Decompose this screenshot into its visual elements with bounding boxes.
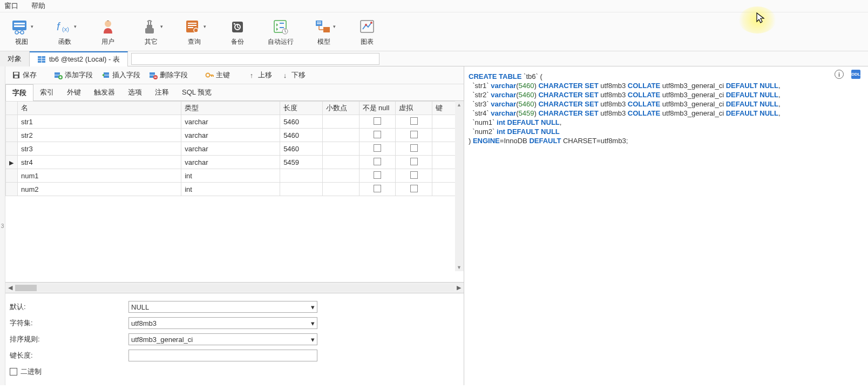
svg-rect-24 <box>323 27 330 32</box>
table-row[interactable]: str2varchar5460 <box>6 129 464 142</box>
tool-other[interactable]: ▾ 其它 <box>130 15 173 49</box>
ddl-panel: i DDL CREATE TABLE `tb6` ( `str1` varcha… <box>464 66 868 385</box>
notnull-checkbox[interactable] <box>374 171 381 179</box>
fields-grid[interactable]: 名 类型 长度 小数点 不是 null 虚拟 键 str1varchar5460… <box>5 101 464 196</box>
subtab-options[interactable]: 选项 <box>121 84 148 100</box>
svg-point-4 <box>21 31 24 34</box>
action-toolbar: 保存 添加字段 插入字段 删除字段 主键 ↑ 上移 <box>5 66 464 84</box>
menu-help[interactable]: 帮助 <box>31 1 45 11</box>
virtual-checkbox[interactable] <box>410 117 418 125</box>
delete-field-button[interactable]: 删除字段 <box>146 69 191 82</box>
info-icon[interactable]: i <box>835 70 844 79</box>
svg-text:(x): (x) <box>62 26 69 32</box>
vertical-scrollbar[interactable] <box>455 101 464 271</box>
prop-collation-select[interactable]: utf8mb3_general_ci▾ <box>128 333 317 345</box>
prop-keylen-label: 键长度: <box>10 351 128 360</box>
prop-charset-select[interactable]: utf8mb3▾ <box>128 317 317 329</box>
svg-rect-27 <box>317 22 321 23</box>
tabbar: 对象 tb6 @test2 (Local) - 表 <box>0 51 868 66</box>
subtab-fields[interactable]: 字段 <box>5 84 33 101</box>
svg-rect-38 <box>15 76 18 78</box>
cursor-icon <box>756 12 765 24</box>
tool-view[interactable]: ▾ 视图 <box>0 15 43 49</box>
col-header-name[interactable]: 名 <box>17 102 181 115</box>
user-icon <box>98 17 118 36</box>
prop-binary-checkbox[interactable] <box>10 368 17 375</box>
svg-text:f: f <box>57 21 61 32</box>
svg-rect-37 <box>14 72 18 75</box>
horizontal-scrollbar[interactable]: ◀ ▶ <box>5 282 464 293</box>
prop-default-label: 默认: <box>10 302 128 312</box>
subtab-sql-preview[interactable]: SQL 预览 <box>175 84 218 100</box>
virtual-checkbox[interactable] <box>410 171 418 179</box>
ddl-icon[interactable]: DDL <box>851 70 860 79</box>
prop-binary-label: 二进制 <box>21 367 42 377</box>
sub-tabs: 字段 索引 外键 触发器 选项 注释 SQL 预览 <box>5 84 464 101</box>
col-header-virtual[interactable]: 虚拟 <box>396 102 432 115</box>
subtab-foreign-keys[interactable]: 外键 <box>60 84 87 100</box>
table-row[interactable]: ▶str4varchar5459 <box>6 156 464 169</box>
prop-keylen-input[interactable] <box>128 350 317 361</box>
chart-icon <box>357 17 377 36</box>
tool-user[interactable]: 用户 <box>86 15 130 49</box>
svg-rect-10 <box>147 25 152 28</box>
field-properties: 默认: NULL▾ 字符集: utf8mb3▾ 排序规则: utf8mb3_ge… <box>5 293 464 385</box>
col-header-length[interactable]: 长度 <box>280 102 322 115</box>
svg-point-3 <box>15 31 18 34</box>
svg-point-31 <box>370 22 372 24</box>
notnull-checkbox[interactable] <box>374 117 381 125</box>
table-row[interactable]: num2int <box>6 183 464 196</box>
virtual-checkbox[interactable] <box>410 144 418 152</box>
autorun-icon <box>271 17 290 36</box>
svg-point-30 <box>365 24 367 26</box>
save-button[interactable]: 保存 <box>9 69 40 82</box>
insert-field-button[interactable]: 插入字段 <box>98 69 144 82</box>
notnull-checkbox[interactable] <box>374 144 381 152</box>
subtab-indexes[interactable]: 索引 <box>33 84 60 100</box>
svg-rect-1 <box>14 23 25 24</box>
tabbar-input-wrap <box>131 53 379 65</box>
svg-rect-2 <box>14 25 25 27</box>
notnull-checkbox[interactable] <box>374 158 381 165</box>
svg-point-8 <box>105 21 111 27</box>
prop-default-select[interactable]: NULL▾ <box>128 301 317 313</box>
prop-charset-label: 字符集: <box>10 318 128 328</box>
move-up-button[interactable]: ↑ 上移 <box>244 69 275 82</box>
virtual-checkbox[interactable] <box>410 158 418 165</box>
col-header-decimal[interactable]: 小数点 <box>322 102 359 115</box>
notnull-checkbox[interactable] <box>374 185 381 192</box>
move-down-button[interactable]: ↓ 下移 <box>277 69 309 82</box>
tool-function[interactable]: f(x)▾ 函数 <box>43 15 86 49</box>
primary-key-button[interactable]: 主键 <box>202 69 233 82</box>
view-icon <box>10 17 30 36</box>
col-header-notnull[interactable]: 不是 null <box>359 102 396 115</box>
menu-window[interactable]: 窗口 <box>4 1 18 11</box>
add-field-button[interactable]: 添加字段 <box>51 69 96 82</box>
save-icon <box>12 71 21 79</box>
left-gutter[interactable]: 3 <box>0 66 5 385</box>
virtual-checkbox[interactable] <box>410 185 418 192</box>
tool-backup[interactable]: 备份 <box>216 15 259 49</box>
table-row[interactable]: str3varchar5460 <box>6 142 464 156</box>
model-icon <box>313 17 332 36</box>
tool-query[interactable]: ▾ 查询 <box>173 15 216 49</box>
tab-objects[interactable]: 对象 <box>0 51 30 66</box>
tool-model[interactable]: ▾ 模型 <box>302 15 345 49</box>
col-header-type[interactable]: 类型 <box>181 102 280 115</box>
tab-table[interactable]: tb6 @test2 (Local) - 表 <box>30 51 128 66</box>
notnull-checkbox[interactable] <box>374 131 381 138</box>
subtab-triggers[interactable]: 触发器 <box>87 84 121 100</box>
table-row[interactable]: str1varchar5460 <box>6 115 464 129</box>
tabbar-input[interactable] <box>131 53 379 65</box>
query-icon <box>183 17 202 36</box>
virtual-checkbox[interactable] <box>410 131 418 138</box>
tool-autorun[interactable]: 自动运行 <box>259 15 302 49</box>
svg-rect-14 <box>188 27 193 28</box>
delete-field-icon <box>149 71 158 79</box>
key-icon <box>205 71 214 79</box>
svg-point-50 <box>206 73 210 77</box>
tool-chart[interactable]: 图表 <box>345 15 389 49</box>
menubar: 窗口 帮助 <box>0 0 868 12</box>
subtab-comments[interactable]: 注释 <box>148 84 175 100</box>
table-row[interactable]: num1int <box>6 169 464 183</box>
